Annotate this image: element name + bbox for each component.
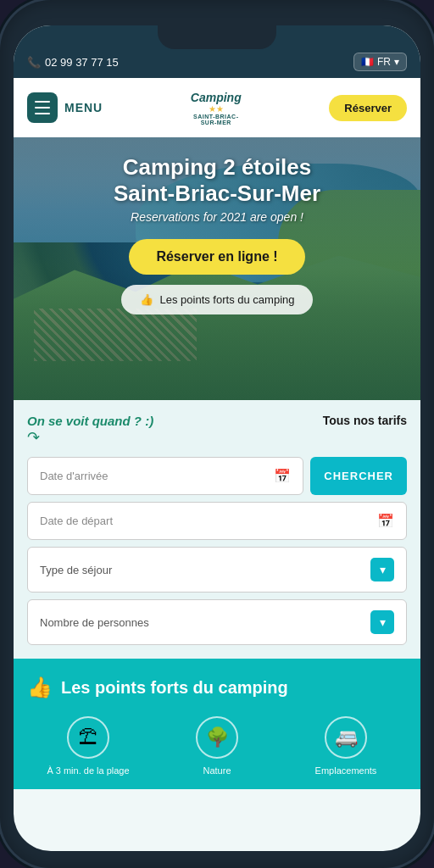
caravan-icon: 🚐	[335, 726, 358, 748]
logo-stars: ★★	[209, 104, 224, 114]
personnes-label: Nombre de personnes	[40, 616, 149, 629]
hero-title: Camping 2 étoiles Saint-Briac-Sur-Mer	[114, 154, 320, 207]
lang-code: FR	[377, 56, 391, 68]
site-logo: Camping ★★ SAINT-BRIAC-SUR-MER	[186, 86, 246, 129]
arrow-icon: ↷	[27, 428, 153, 447]
hero-content: Camping 2 étoiles Saint-Briac-Sur-Mer Re…	[14, 137, 420, 400]
phone-frame: 📞 02 99 37 77 15 🇫🇷 FR ▾ MENU Camping ★★	[0, 0, 434, 868]
hero-title-line1: Camping 2 étoiles	[114, 154, 320, 181]
sejour-label: Type de séjour	[40, 564, 112, 576]
search-button[interactable]: CHERCHER	[310, 457, 407, 495]
logo-main-text: Camping	[191, 91, 242, 104]
points-grid: ⛱ À 3 min. de la plage 🌳 Nature 🚐 Emplac…	[27, 716, 407, 776]
booking-question-text: On se voit quand ? :)	[27, 414, 153, 428]
phone-notch	[158, 25, 276, 49]
emplacements-icon-circle: 🚐	[325, 716, 367, 759]
emplacements-label: Emplacements	[315, 765, 377, 776]
calendar-icon-departure: 📅	[377, 513, 394, 529]
hero-subtitle: Reservations for 2021 are open !	[131, 210, 303, 224]
departure-date-input[interactable]: Date de départ 📅	[27, 502, 407, 540]
nature-icon-circle: 🌳	[196, 716, 238, 759]
personnes-select[interactable]: Nombre de personnes ▾	[27, 599, 407, 645]
hamburger-icon	[27, 92, 58, 123]
points-forts-section: 👍 Les points forts du camping ⛱ À 3 min.…	[14, 659, 420, 789]
personnes-dropdown-icon: ▾	[370, 610, 394, 634]
thumbs-up-icon: 👍	[140, 293, 153, 306]
points-forts-title: 👍 Les points forts du camping	[27, 676, 407, 699]
booking-question-area: On se voit quand ? :) ↷	[27, 414, 153, 447]
nature-label: Nature	[203, 765, 231, 776]
menu-label: MENU	[64, 101, 103, 114]
point-item-nature: 🌳 Nature	[156, 716, 278, 776]
logo-location: SAINT-BRIAC-SUR-MER	[186, 114, 246, 125]
arrival-date-input[interactable]: Date d'arrivée 📅	[27, 457, 303, 495]
phone-screen: 📞 02 99 37 77 15 🇫🇷 FR ▾ MENU Camping ★★	[14, 25, 420, 851]
arrival-placeholder: Date d'arrivée	[40, 470, 108, 482]
menu-button[interactable]: MENU	[27, 92, 103, 123]
tarifs-link[interactable]: Tous nos tarifs	[323, 414, 407, 427]
date-row: Date d'arrivée 📅 CHERCHER	[27, 457, 407, 495]
phone-number-display: 📞 02 99 37 77 15	[27, 56, 119, 69]
language-selector[interactable]: 🇫🇷 FR ▾	[353, 53, 407, 71]
reserve-nav-button[interactable]: Réserver	[329, 95, 407, 121]
phone-number-text: 02 99 37 77 15	[45, 56, 119, 69]
hero-title-line2: Saint-Briac-Sur-Mer	[114, 181, 320, 207]
booking-form: Date d'arrivée 📅 CHERCHER Date de départ…	[27, 457, 407, 645]
hero-reserve-button[interactable]: Réserver en ligne !	[129, 239, 304, 275]
beach-icon: ⛱	[79, 726, 97, 748]
phone-icon: 📞	[27, 56, 41, 69]
nav-bar: MENU Camping ★★ SAINT-BRIAC-SUR-MER Rése…	[14, 78, 420, 137]
calendar-icon-arrival: 📅	[274, 468, 291, 484]
point-item-emplacements: 🚐 Emplacements	[285, 716, 407, 776]
plage-label: À 3 min. de la plage	[47, 765, 129, 776]
departure-placeholder: Date de départ	[40, 515, 113, 527]
thumbs-up-large-icon: 👍	[27, 676, 53, 699]
sejour-select[interactable]: Type de séjour ▾	[27, 547, 407, 593]
plage-icon-circle: ⛱	[67, 716, 109, 759]
nature-icon: 🌳	[206, 726, 229, 748]
hero-points-label: Les points forts du camping	[160, 293, 295, 306]
booking-header: On se voit quand ? :) ↷ Tous nos tarifs	[27, 414, 407, 447]
points-forts-title-text: Les points forts du camping	[61, 678, 288, 698]
flag-icon: 🇫🇷	[361, 56, 374, 68]
hero-points-forts-button[interactable]: 👍 Les points forts du camping	[121, 285, 314, 314]
point-item-plage: ⛱ À 3 min. de la plage	[27, 716, 149, 776]
sejour-dropdown-icon: ▾	[370, 558, 394, 581]
chevron-down-icon: ▾	[394, 56, 399, 68]
booking-section: On se voit quand ? :) ↷ Tous nos tarifs …	[14, 400, 420, 659]
hero-section: Camping 2 étoiles Saint-Briac-Sur-Mer Re…	[14, 137, 420, 400]
